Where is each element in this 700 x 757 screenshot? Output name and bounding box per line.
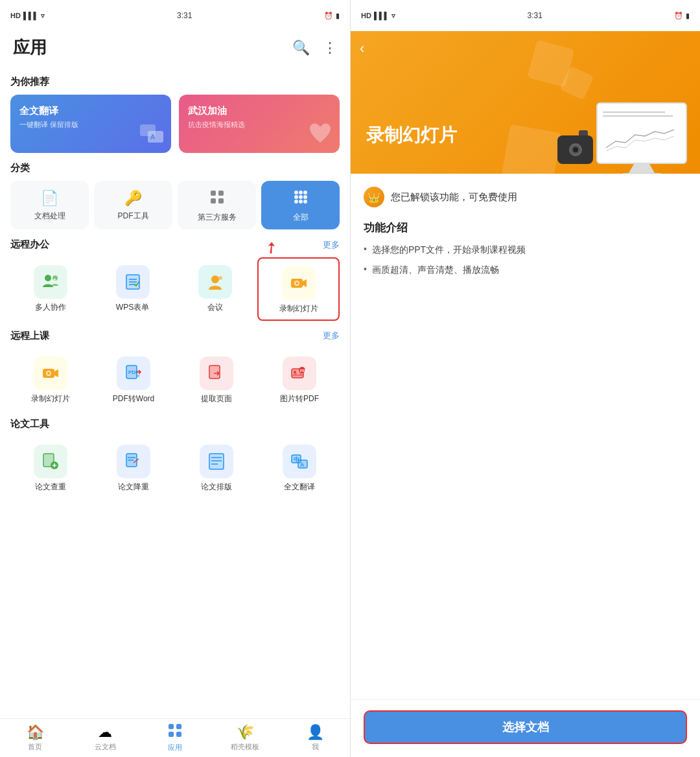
app-record-slides[interactable]: ➘ 录制幻灯片 [257, 257, 340, 321]
remote-class-title: 远程上课 [10, 330, 49, 342]
bullet-dot-1: • [364, 244, 367, 254]
svg-point-8 [299, 191, 303, 194]
status-bar-right: HD ▌▌▌ ▿ 3:31 ⏰ ▮ [351, 0, 700, 31]
rc-record-label: 录制幻灯片 [31, 394, 70, 404]
more-icon[interactable]: ⋮ [323, 40, 337, 56]
crown-icon: 👑 [368, 191, 380, 204]
signal-bars: ▌▌▌ [23, 12, 38, 19]
meeting-label: 会议 [207, 303, 223, 313]
remote-office-more[interactable]: 更多 [323, 239, 340, 251]
banner-wuhan[interactable]: 武汉加油 抗击疫情海报精选 [179, 95, 340, 153]
nav-home[interactable]: 🏠 首页 [0, 724, 70, 752]
nav-apps[interactable]: 应用 [140, 723, 210, 752]
collab-icon: + [34, 265, 67, 299]
status-icons-left: HD ▌▌▌ ▿ [10, 12, 45, 20]
bullet-dot-2: • [364, 264, 367, 274]
app-thesis-layout[interactable]: 论文排版 [176, 437, 257, 498]
camera-lens-inner [573, 147, 578, 152]
svg-marker-28 [303, 279, 307, 287]
bullet-text-1: 选择您的PPT文件，开始录制课程视频 [372, 243, 526, 257]
category-title: 分类 [10, 162, 340, 174]
remote-office-grid: + 多人协作 WPS表单 [10, 257, 340, 321]
header-actions: 🔍 ⋮ [292, 40, 337, 56]
svg-point-12 [303, 195, 307, 199]
svg-point-10 [294, 195, 298, 199]
svg-rect-3 [211, 191, 216, 196]
svg-text:W: W [136, 374, 140, 378]
banner-translate-icon: A [139, 122, 165, 148]
detail-content: 👑 您已解锁该功能，可免费使用 功能介绍 • 选择您的PPT文件，开始录制课程视… [351, 174, 700, 699]
left-panel: HD ▌▌▌ ▿ 3:31 ⏰ ▮ 应用 🔍 ⋮ 为你推荐 全文翻译 一键翻译 … [0, 0, 350, 757]
svg-point-30 [296, 282, 298, 285]
thesis-title: 论文工具 [10, 418, 340, 430]
remote-class-more[interactable]: 更多 [323, 330, 340, 342]
deco-square-3 [502, 124, 562, 174]
app-form[interactable]: WPS表单 [93, 257, 172, 321]
app-rc-record[interactable]: 录制幻灯片 [10, 349, 91, 410]
banner-translate[interactable]: 全文翻译 一键翻译 保留排版 A [10, 95, 171, 153]
category-all[interactable]: 全部 [261, 181, 340, 229]
nav-template[interactable]: 🌾 稻壳模板 [210, 724, 280, 752]
svg-rect-6 [218, 198, 224, 204]
remote-class-header: 远程上课 更多 [10, 330, 340, 342]
template-icon: 🌾 [237, 724, 254, 741]
record-icon [282, 266, 316, 300]
app-thesis-check[interactable]: 论文查重 [10, 437, 91, 498]
status-right-right: ⏰ ▮ [674, 12, 690, 20]
pdf-word-icon: PDF W [117, 356, 150, 390]
thesis-translate-label: 全文翻译 [284, 482, 315, 493]
hero-title: 录制幻灯片 [366, 123, 457, 148]
app-thesis-reduce[interactable]: 论文降重 [93, 437, 174, 498]
svg-text:+: + [53, 277, 56, 283]
nav-cloud[interactable]: ☁ 云文档 [70, 724, 140, 752]
unlock-text: 您已解锁该功能，可免费使用 [391, 191, 517, 204]
category-third[interactable]: 第三方服务 [178, 181, 256, 229]
screen-base [622, 173, 661, 174]
svg-point-11 [299, 195, 303, 199]
app-collab[interactable]: + 多人协作 [10, 257, 90, 321]
svg-rect-67 [176, 732, 181, 737]
form-label: WPS表单 [116, 303, 149, 313]
app-extract[interactable]: 提取页面 [176, 349, 257, 410]
ppt-line-2 [603, 115, 673, 117]
alarm-icon: ⏰ [324, 12, 333, 20]
ppt-chart [603, 122, 674, 154]
app-meeting[interactable]: ↓ 会议 [175, 257, 255, 321]
pdf-label: PDF工具 [118, 211, 149, 222]
category-doc[interactable]: 📄 文档处理 [10, 181, 89, 229]
bottom-nav: 🏠 首页 ☁ 云文档 应用 🌾 稻壳模板 👤 我 [0, 718, 350, 757]
select-doc-button[interactable]: 选择文档 [364, 710, 687, 744]
svg-marker-32 [54, 369, 58, 377]
thesis-layout-label: 论文排版 [201, 482, 232, 493]
record-slides-label: 录制幻灯片 [279, 304, 318, 314]
pdf-word-label: PDF转Word [113, 394, 154, 404]
remote-class-grid: 录制幻灯片 PDF W PDF转Word [10, 349, 340, 410]
app-pdf-word[interactable]: PDF W PDF转Word [93, 349, 174, 410]
app-thesis-translate[interactable]: 中 A 全文翻译 [259, 437, 340, 498]
category-pdf[interactable]: 🔑 PDF工具 [94, 181, 172, 229]
wifi-right-icon: ▿ [391, 12, 395, 20]
thesis-reduce-label: 论文降重 [118, 482, 149, 493]
ppt-screen [596, 102, 687, 164]
back-button[interactable]: ‹ [360, 40, 364, 57]
crown-badge: 👑 [364, 187, 384, 207]
svg-text:A: A [150, 134, 155, 141]
page-title: 应用 [13, 36, 47, 59]
doc-icon: 📄 [41, 190, 58, 207]
thesis-translate-icon: 中 A [283, 445, 316, 478]
ppt-line-1 [603, 111, 665, 113]
nav-me[interactable]: 👤 我 [280, 724, 350, 752]
recommended-title: 为你推荐 [10, 76, 340, 88]
app-img-pdf[interactable]: PDF 图片转PDF [259, 349, 340, 410]
svg-text:↓: ↓ [219, 277, 222, 281]
func-bullet-1: • 选择您的PPT文件，开始录制课程视频 [364, 243, 687, 257]
apps-icon [168, 723, 182, 741]
thesis-layout-icon [200, 445, 233, 478]
battery-icon: ▮ [336, 12, 340, 20]
nav-home-label: 首页 [28, 742, 42, 752]
form-icon [116, 265, 150, 299]
hero-banner: ‹ 录制幻灯片 [351, 31, 700, 174]
cloud-icon: ☁ [98, 724, 112, 741]
search-icon[interactable]: 🔍 [292, 40, 310, 56]
status-bar-left: HD ▌▌▌ ▿ 3:31 ⏰ ▮ [0, 0, 350, 31]
